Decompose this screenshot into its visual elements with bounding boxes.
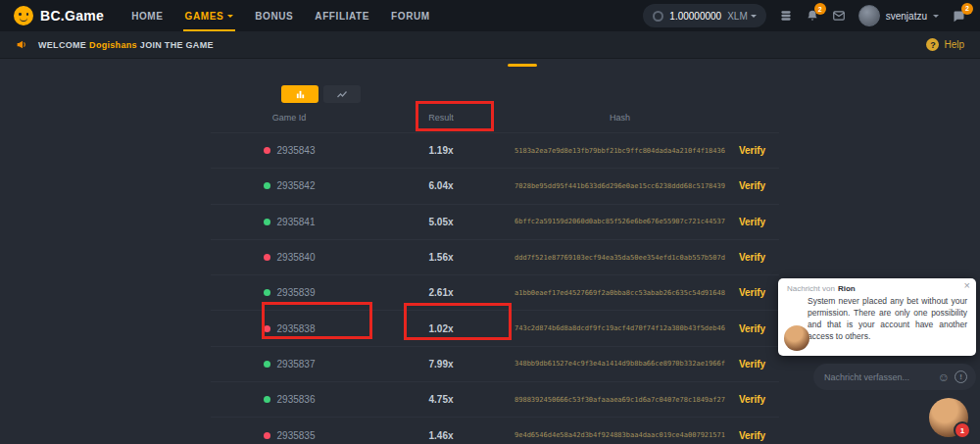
hash-value: 6bffc2a59159d2060d0abc85f526e6be676e5590…: [514, 218, 725, 225]
hash-value: 5183a2ea7e9d8e13fb79bbf21bc9ffc804dada4a…: [514, 147, 725, 155]
currency-code: XLM: [727, 11, 748, 22]
bcgame-logo-icon: [14, 6, 33, 25]
table-row: 29358392.61xa1bb0eaef17ed4527669f2a0bba8…: [211, 274, 779, 310]
verify-link[interactable]: Verify: [725, 394, 779, 405]
brand[interactable]: BC.Game: [14, 0, 104, 31]
sender-name: Rion: [838, 284, 856, 293]
chat-input-bar: ☺ !: [813, 364, 976, 390]
verify-link[interactable]: Verify: [725, 430, 779, 441]
table-row: 29358415.05x6bffc2a59159d2060d0abc85f526…: [211, 204, 779, 239]
trends-view-button[interactable]: [323, 85, 361, 103]
main-nav: HOME GAMES BONUS AFFILIATE FORUM: [131, 0, 430, 31]
result-value: 1.19x: [368, 145, 514, 156]
wallet-button[interactable]: [779, 9, 793, 23]
game-id: 2935842: [277, 180, 316, 191]
close-icon[interactable]: ×: [964, 279, 970, 292]
notification-badge: 2: [814, 3, 826, 15]
table-row: 29358377.99x348bb9db61527e4c9f3e4a1414d9…: [211, 346, 779, 381]
verify-link[interactable]: Verify: [725, 359, 779, 370]
emoji-icon[interactable]: ☺: [938, 371, 950, 383]
messages-button[interactable]: [832, 9, 846, 23]
game-id: 2935841: [277, 217, 316, 227]
game-id: 2935837: [277, 359, 316, 370]
nav-games[interactable]: GAMES: [185, 0, 234, 31]
result-value: 1.56x: [368, 252, 514, 263]
chevron-down-icon: [751, 15, 757, 21]
message-from-label: Nachricht von: [787, 284, 835, 293]
avatar: [858, 5, 880, 26]
status-dot-green: [264, 396, 270, 403]
game-id: 2935839: [277, 287, 316, 298]
result-value: 5.05x: [368, 217, 514, 227]
info-icon[interactable]: !: [955, 370, 967, 383]
nav-affiliate[interactable]: AFFILIATE: [315, 0, 369, 31]
game-id-cell: 2935836: [211, 394, 368, 405]
status-dot-red: [264, 254, 270, 261]
hash-value: 9e4d6546d4e58a42d3b4f924883baa4daac019ce…: [514, 431, 725, 439]
hash-value: 7028be95dd95f441b633d6d296e0ae15cc6238dd…: [514, 182, 725, 190]
balance-selector[interactable]: 1.00000000 XLM: [643, 4, 765, 27]
brand-name: BC.Game: [40, 8, 104, 24]
table-row: 29358401.56xddd7f521e87769103ecf94ea35da…: [211, 239, 779, 274]
currency-dropdown[interactable]: XLM: [727, 11, 757, 22]
announcement-bar: WELCOMEDogishansJOIN THE GAME ? Help: [0, 31, 980, 59]
coin-icon: [653, 11, 663, 22]
table-row: 29358381.02x743c2d874b6d8a8dcdf9fc19acf4…: [211, 310, 779, 345]
view-toggle: [281, 85, 361, 103]
announcement-text: WELCOMEDogishansJOIN THE GAME: [38, 40, 214, 50]
welcome-rest: JOIN THE GAME: [140, 40, 214, 50]
chat-message-input[interactable]: [822, 371, 933, 383]
header-game-id: Game Id: [211, 113, 368, 123]
header-hash: Hash: [514, 113, 725, 123]
nav-forum[interactable]: FORUM: [391, 0, 430, 31]
status-dot-red: [264, 432, 270, 439]
result-value: 6.04x: [368, 180, 514, 191]
status-dot-green: [264, 182, 270, 189]
envelope-icon: [832, 9, 846, 23]
bets-table-header: Game Id Result Hash: [211, 103, 779, 132]
user-menu[interactable]: svenjatzu: [858, 5, 939, 26]
welcome-username: Dogishans: [89, 40, 137, 50]
result-value: 1.46x: [368, 430, 514, 441]
bets-table-body: 29358431.19x5183a2ea7e9d8e13fb79bbf21bc9…: [211, 132, 779, 444]
game-id: 2935836: [277, 394, 316, 405]
verify-link[interactable]: Verify: [725, 180, 779, 191]
verify-link[interactable]: Verify: [725, 145, 779, 156]
active-tab-underline: [508, 64, 537, 67]
chat-contact-avatar[interactable]: 1: [929, 398, 968, 437]
verify-link[interactable]: Verify: [725, 217, 779, 227]
nav-bonus[interactable]: BONUS: [255, 0, 293, 31]
result-value: 1.02x: [368, 323, 514, 334]
wallet-icon: [779, 9, 793, 23]
welcome-word: WELCOME: [38, 40, 86, 50]
result-value: 7.99x: [368, 359, 514, 370]
chevron-down-icon: [227, 15, 233, 21]
game-id: 2935840: [277, 252, 316, 263]
topbar: BC.Game HOME GAMES BONUS AFFILIATE FORUM…: [0, 0, 980, 31]
nav-home[interactable]: HOME: [131, 0, 163, 31]
hash-value: 348bb9db61527e4c9f3e4a1414d9b8ba66ce8970…: [514, 360, 725, 368]
game-id-cell: 2935835: [211, 430, 368, 441]
bets-view-button[interactable]: [281, 85, 318, 103]
chat-toggle-button[interactable]: 2: [952, 9, 966, 24]
game-id: 2935838: [277, 323, 316, 334]
chat-message-text: System never placed any bet without your…: [808, 296, 967, 343]
table-row: 29358364.75x8988392450666c53f30afaaaea69…: [211, 381, 779, 417]
sender-avatar: [784, 325, 809, 351]
verify-link[interactable]: Verify: [725, 323, 779, 334]
hash-value: 743c2d874b6d8a8dcdf9fc19acf4d70f74f12a38…: [514, 324, 725, 332]
status-dot-red: [264, 147, 270, 154]
hash-value: 8988392450666c53f30afaaaea69c1d6a7c0407e…: [514, 396, 725, 404]
help-button[interactable]: ? Help: [926, 38, 964, 51]
verify-link[interactable]: Verify: [725, 252, 779, 263]
game-id-cell: 2935841: [211, 217, 368, 227]
chat-badge: 2: [961, 3, 973, 15]
chevron-down-icon: [933, 15, 939, 21]
result-value: 2.61x: [368, 287, 514, 298]
game-id-cell: 2935838: [211, 323, 368, 334]
notifications-button[interactable]: 2: [806, 9, 819, 23]
unread-badge: 1: [954, 421, 971, 439]
verify-link[interactable]: Verify: [725, 287, 779, 298]
chat-message-header: Nachricht vonRion: [787, 284, 967, 293]
chat-message-popup: × Nachricht vonRion System never placed …: [778, 278, 976, 356]
